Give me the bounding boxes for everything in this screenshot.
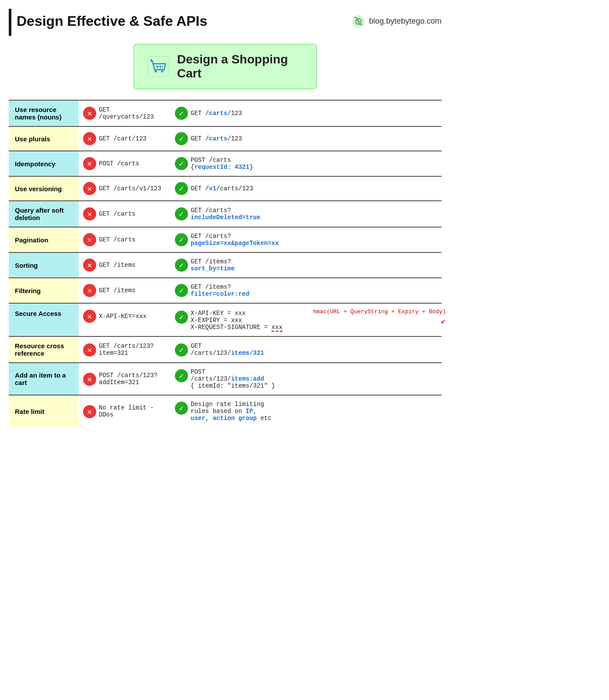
bad-idempotency: ✕ POST /carts (79, 151, 171, 176)
brand-name: blog.bytebytego.com (369, 17, 442, 26)
svg-point-2 (357, 20, 359, 22)
good-sorting: ✓ GET /items? sort_by=time (171, 252, 442, 278)
label-pagination: Pagination (9, 227, 79, 252)
good-icon: ✓ (175, 107, 188, 120)
good-resource-cross-reference: ✓ GET /carts/123/items/321 (171, 336, 442, 363)
bad-icon: ✕ (83, 343, 96, 357)
bad-use-plurals: ✕ GET /cart/123 (79, 126, 171, 151)
good-icon: ✓ (175, 157, 188, 170)
label-resource-cross-reference: Resource cross reference (9, 336, 79, 363)
label-use-resource-names: Use resource names (nouns) (9, 100, 79, 126)
bad-icon: ✕ (83, 405, 96, 418)
good-use-versioning: ✓ GET /v1/carts/123 (171, 176, 442, 201)
table-row: Rate limit ✕ No rate limit - DDos ✓ Desi… (9, 395, 442, 427)
bad-query-soft-deletion: ✕ GET /carts (79, 201, 171, 227)
good-use-resource-names: ✓ GET /carts/123 (171, 100, 442, 126)
bad-icon: ✕ (83, 157, 96, 170)
label-filtering: Filtering (9, 278, 79, 303)
bad-icon: ✕ (83, 207, 96, 220)
good-icon: ✓ (175, 343, 188, 357)
bad-pagination: ✕ GET /carts (79, 227, 171, 252)
good-icon: ✓ (175, 207, 188, 220)
bad-add-item-to-cart: ✕ POST /carts/123? addItem=321 (79, 363, 171, 395)
bad-icon: ✕ (83, 132, 96, 145)
table-row: Use versioning ✕ GET /carts/v1/123 ✓ GET… (9, 176, 442, 201)
table-row: Pagination ✕ GET /carts ✓ GET /carts? pa… (9, 227, 442, 252)
table-row: Filtering ✕ GET /items ✓ GET /items? fil… (9, 278, 442, 303)
table-row: Use resource names (nouns) ✕ GET /queryc… (9, 100, 442, 126)
page-title: Design Effective & Safe APIs (17, 13, 207, 29)
good-icon: ✓ (175, 259, 188, 272)
good-icon: ✓ (175, 311, 188, 324)
label-idempotency: Idempotency (9, 151, 79, 176)
bad-icon: ✕ (83, 373, 96, 386)
bad-sorting: ✕ GET /items (79, 252, 171, 278)
bad-icon: ✕ (83, 182, 96, 195)
table-row: Resource cross reference ✕ GET /carts/12… (9, 336, 442, 363)
bad-resource-cross-reference: ✕ GET /carts/123? item=321 (79, 336, 171, 363)
svg-point-5 (155, 70, 157, 72)
good-icon: ✓ (175, 233, 188, 246)
label-use-versioning: Use versioning (9, 176, 79, 201)
label-rate-limit: Rate limit (9, 395, 79, 427)
hero-banner: Design a Shopping Cart (133, 44, 317, 89)
brand-icon (351, 14, 365, 28)
good-rate-limit: ✓ Design rate limiting rules based on IP… (171, 395, 442, 427)
bad-icon: ✕ (83, 233, 96, 246)
label-use-plurals: Use plurals (9, 126, 79, 151)
page-header: Design Effective & Safe APIs blog.byteby… (9, 9, 442, 36)
label-add-item-to-cart: Add an item to a cart (9, 363, 79, 395)
hmac-annotation: hmac(URL + QueryString + Expiry + Body) (313, 308, 446, 315)
bad-icon: ✕ (83, 107, 96, 120)
hero-title: Design a Shopping Cart (177, 52, 303, 80)
label-sorting: Sorting (9, 252, 79, 278)
table-row: Use plurals ✕ GET /cart/123 ✓ GET /carts… (9, 126, 442, 151)
bad-icon: ✕ (83, 284, 96, 297)
cart-icon (147, 55, 169, 79)
good-icon: ✓ (175, 284, 188, 297)
good-icon: ✓ (175, 132, 188, 145)
good-secure-access: ✓ X-API-KEY = xxx X-EXPIRY = xxx X-REQUE… (171, 303, 442, 336)
bad-secure-access: ✕ X-API-KEY=xxx (79, 303, 171, 336)
table-row: Query after soft deletion ✕ GET /carts ✓… (9, 201, 442, 227)
good-icon: ✓ (175, 369, 188, 382)
table-row: Add an item to a cart ✕ POST /carts/123?… (9, 363, 442, 395)
bad-icon: ✕ (83, 259, 96, 272)
bad-rate-limit: ✕ No rate limit - DDos (79, 395, 171, 427)
bad-filtering: ✕ GET /items (79, 278, 171, 303)
good-filtering: ✓ GET /items? filter=color:red (171, 278, 442, 303)
good-icon: ✓ (175, 182, 188, 195)
good-add-item-to-cart: ✓ POST /carts/123/items:add { itemId: "i… (171, 363, 442, 395)
good-pagination: ✓ GET /carts? pageSize=xx&pageToken=xx (171, 227, 442, 252)
bad-use-resource-names: ✕ GET /querycarts/123 (79, 100, 171, 126)
table-row: Idempotency ✕ POST /carts ✓ POST /carts … (9, 151, 442, 176)
label-query-soft-deletion: Query after soft deletion (9, 201, 79, 227)
good-icon: ✓ (175, 402, 188, 415)
good-use-plurals: ✓ GET /carts/123 (171, 126, 442, 151)
bad-use-versioning: ✕ GET /carts/v1/123 (79, 176, 171, 201)
good-query-soft-deletion: ✓ GET /carts? includeDeleted=true (171, 201, 442, 227)
good-idempotency: ✓ POST /carts {requestId: 4321} (171, 151, 442, 176)
table-row: Secure Access ✕ X-API-KEY=xxx ✓ X-API-KE… (9, 303, 442, 336)
table-row: Sorting ✕ GET /items ✓ GET /items? sort_… (9, 252, 442, 278)
bad-icon: ✕ (83, 310, 96, 323)
label-secure-access: Secure Access (9, 303, 79, 336)
brand: blog.bytebytego.com (351, 14, 442, 28)
api-design-table: Use resource names (nouns) ✕ GET /queryc… (9, 100, 442, 427)
svg-point-6 (161, 70, 164, 72)
